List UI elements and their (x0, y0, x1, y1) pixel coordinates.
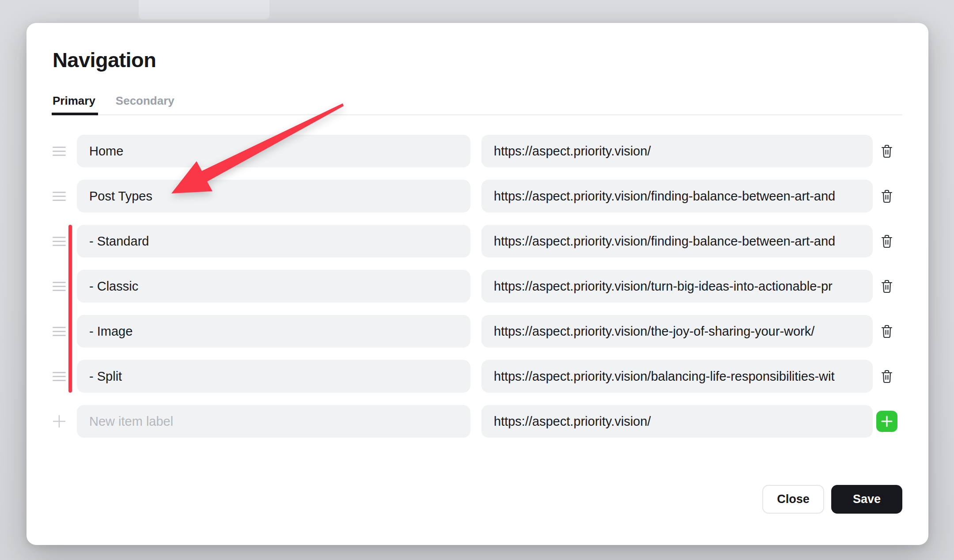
save-button[interactable]: Save (831, 485, 902, 514)
nav-item-row (53, 270, 902, 303)
tab-secondary[interactable]: Secondary (116, 95, 174, 114)
item-actions (876, 276, 897, 297)
add-item-button[interactable] (876, 411, 897, 432)
item-label-input[interactable] (77, 315, 470, 348)
plus-icon (53, 415, 66, 428)
item-url-input[interactable] (481, 135, 873, 167)
delete-item-button[interactable] (880, 324, 893, 339)
delete-item-button[interactable] (880, 189, 893, 204)
drag-handle-icon[interactable] (53, 372, 66, 381)
drag-handle-icon[interactable] (53, 327, 66, 336)
item-label-input[interactable] (77, 270, 470, 303)
item-url-input[interactable] (481, 270, 873, 303)
item-url-input[interactable] (481, 360, 873, 393)
nav-item-row (53, 180, 902, 212)
drag-handle-icon[interactable] (53, 282, 66, 291)
new-item-actions (876, 411, 897, 432)
trash-icon (880, 144, 893, 159)
item-url-input[interactable] (481, 225, 873, 257)
delete-item-button[interactable] (880, 369, 893, 384)
dialog-footer: Close Save (762, 485, 902, 514)
navigation-dialog: Navigation Primary Secondary (26, 23, 928, 545)
drag-handle-icon[interactable] (53, 192, 66, 201)
item-url-input[interactable] (481, 180, 873, 212)
nav-items-list (53, 135, 902, 438)
drag-handle-icon[interactable] (53, 237, 66, 246)
item-label-input[interactable] (77, 180, 470, 212)
trash-icon (880, 369, 893, 384)
item-actions (876, 321, 897, 342)
dialog-title: Navigation (53, 48, 902, 72)
delete-item-button[interactable] (880, 144, 893, 159)
trash-icon (880, 189, 893, 204)
green-plus-icon (881, 415, 893, 428)
item-actions (876, 185, 897, 207)
nav-item-row (53, 135, 902, 167)
drag-handle-icon[interactable] (53, 147, 66, 156)
trash-icon (880, 324, 893, 339)
item-url-input[interactable] (481, 315, 873, 348)
item-actions (876, 140, 897, 162)
trash-icon (880, 279, 893, 294)
delete-item-button[interactable] (880, 279, 893, 294)
background-browser-tab (139, 0, 269, 19)
delete-item-button[interactable] (880, 234, 893, 249)
new-item-label-input[interactable] (77, 405, 470, 438)
tab-primary[interactable]: Primary (53, 95, 95, 114)
new-item-row (53, 405, 902, 438)
nav-item-row (53, 225, 902, 257)
nav-item-row (53, 360, 902, 393)
item-label-input[interactable] (77, 225, 470, 257)
item-label-input[interactable] (77, 360, 470, 393)
new-item-url-input[interactable] (481, 405, 873, 438)
page-background: Navigation Primary Secondary (0, 0, 954, 560)
item-actions (876, 231, 897, 252)
item-actions (876, 366, 897, 387)
item-label-input[interactable] (77, 135, 470, 167)
tab-bar: Primary Secondary (53, 95, 902, 115)
close-button[interactable]: Close (762, 485, 824, 514)
trash-icon (880, 234, 893, 249)
nav-item-row (53, 315, 902, 348)
